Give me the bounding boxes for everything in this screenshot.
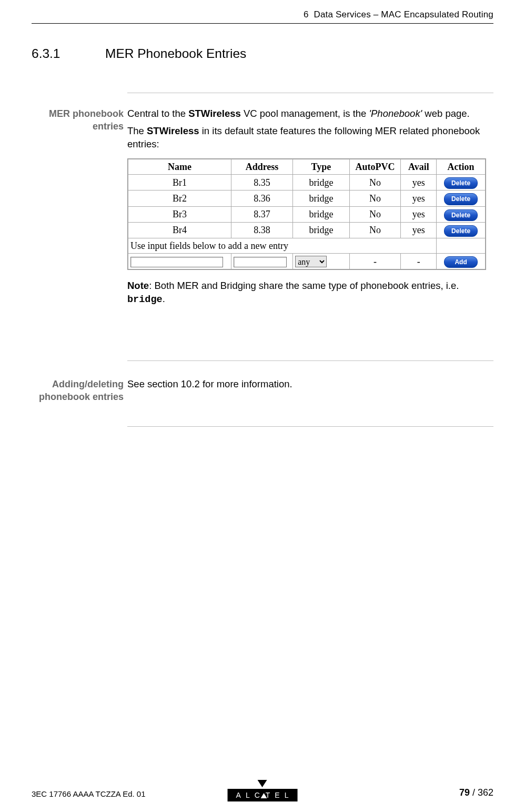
table-hint-row: Use input fields below to add a new entr… xyxy=(128,238,486,253)
footer: 3EC 17766 AAAA TCZZA Ed. 01 ALCTEL 79 / … xyxy=(32,775,493,801)
text-run: : Both MER and Bridging share the same t… xyxy=(149,280,459,291)
triangle-down-icon xyxy=(258,780,267,787)
cell-address: 8.36 xyxy=(231,191,292,206)
text-bold: STWireless xyxy=(147,125,199,136)
cell-input-type: any xyxy=(293,254,349,269)
footer-doc-id: 3EC 17766 AAAA TCZZA Ed. 01 xyxy=(32,789,146,798)
divider xyxy=(127,426,493,427)
table-row: Br1 8.35 bridge No yes Delete xyxy=(128,175,486,191)
logo-text-left: ALC xyxy=(236,791,265,799)
hint-text: Use input fields below to add a new entr… xyxy=(128,238,437,253)
delete-button[interactable]: Delete xyxy=(444,209,478,221)
cell-autopvc: No xyxy=(349,175,401,191)
cell-action: Delete xyxy=(437,206,486,222)
cell-name: Br4 xyxy=(128,222,231,238)
cell-address: 8.35 xyxy=(231,175,292,191)
cell-input-avail: - xyxy=(401,254,437,269)
table-input-row: any - - Add xyxy=(128,254,486,269)
header-rule xyxy=(32,23,493,24)
table-row: Br3 8.37 bridge No yes Delete xyxy=(128,206,486,222)
content-mer: Central to the STWireless VC pool manage… xyxy=(127,107,493,307)
hint-empty xyxy=(437,238,486,253)
cell-name: Br1 xyxy=(128,175,231,191)
delete-button[interactable]: Delete xyxy=(444,225,478,237)
th-type: Type xyxy=(293,159,349,174)
header-chapter-num: 6 xyxy=(304,9,309,19)
cell-address: 8.38 xyxy=(231,222,292,238)
cell-input-address xyxy=(231,254,292,269)
phonebook-table: Name Address Type AutoPVC Avail Action B… xyxy=(128,159,486,270)
cell-action: Delete xyxy=(437,175,486,191)
divider xyxy=(127,93,493,93)
cell-avail: yes xyxy=(401,191,437,206)
cell-avail: yes xyxy=(401,222,437,238)
cell-name: Br3 xyxy=(128,206,231,222)
side-label-line: phonebook entries xyxy=(39,392,124,402)
th-action: Action xyxy=(437,159,486,174)
note-paragraph: Note: Both MER and Bridging share the sa… xyxy=(127,279,493,307)
alcatel-logo: ALCTEL xyxy=(228,780,298,801)
delete-button[interactable]: Delete xyxy=(444,177,478,189)
content-adding: See section 10.2 for more information. xyxy=(127,378,493,391)
section-number: 6.3.1 xyxy=(32,46,105,61)
add-button[interactable]: Add xyxy=(444,256,478,268)
page-current: 79 xyxy=(459,787,470,798)
logo-text-right: TEL xyxy=(266,791,294,799)
footer-page: 79 / 362 xyxy=(459,787,493,798)
cell-name: Br2 xyxy=(128,191,231,206)
text-run: . xyxy=(163,293,165,304)
text-run: VC pool management, is the xyxy=(241,108,369,119)
phonebook-table-wrap: Name Address Type AutoPVC Avail Action B… xyxy=(127,158,486,270)
delete-button[interactable]: Delete xyxy=(444,193,478,205)
name-input[interactable] xyxy=(130,257,223,267)
section-heading: 6.3.1MER Phonebook Entries xyxy=(32,46,246,61)
block-adding-deleting: Adding/deleting phonebook entries See se… xyxy=(32,378,493,404)
address-input[interactable] xyxy=(234,257,287,267)
page-total: 362 xyxy=(478,787,493,798)
th-avail: Avail xyxy=(401,159,437,174)
running-header: 6 Data Services – MAC Encapsulated Routi… xyxy=(304,9,493,20)
text-italic: 'Phonebook' xyxy=(369,108,422,119)
cell-avail: yes xyxy=(401,206,437,222)
text-bold: STWireless xyxy=(188,108,241,119)
table-row: Br4 8.38 bridge No yes Delete xyxy=(128,222,486,238)
divider xyxy=(127,360,493,361)
header-chapter-title: Data Services – MAC Encapsulated Routing xyxy=(314,9,493,19)
table-header-row: Name Address Type AutoPVC Avail Action xyxy=(128,159,486,174)
paragraph: Central to the STWireless VC pool manage… xyxy=(127,107,493,121)
cell-action: Delete xyxy=(437,222,486,238)
side-label-line: MER phonebook xyxy=(49,108,124,119)
cell-input-name xyxy=(128,254,231,269)
th-name: Name xyxy=(128,159,231,174)
code-text: bridge xyxy=(127,294,163,305)
th-autopvc: AutoPVC xyxy=(349,159,401,174)
side-label-line: entries xyxy=(93,121,124,132)
cell-type: bridge xyxy=(293,222,349,238)
cell-avail: yes xyxy=(401,175,437,191)
text-run: web page. xyxy=(422,108,470,119)
note-label: Note xyxy=(127,280,149,291)
side-label-adding: Adding/deleting phonebook entries xyxy=(32,378,124,404)
side-label-line: Adding/deleting xyxy=(52,379,124,389)
cell-autopvc: No xyxy=(349,191,401,206)
cell-type: bridge xyxy=(293,191,349,206)
side-label-mer: MER phonebook entries xyxy=(32,107,124,133)
block-mer-phonebook: MER phonebook entries Central to the STW… xyxy=(32,107,493,311)
paragraph: See section 10.2 for more information. xyxy=(127,378,493,391)
cell-address: 8.37 xyxy=(231,206,292,222)
cell-autopvc: No xyxy=(349,206,401,222)
cell-autopvc: No xyxy=(349,222,401,238)
cell-input-action: Add xyxy=(437,254,486,269)
th-address: Address xyxy=(231,159,292,174)
cell-type: bridge xyxy=(293,206,349,222)
text-run: Central to the xyxy=(127,108,188,119)
cell-action: Delete xyxy=(437,191,486,206)
type-select[interactable]: any xyxy=(295,256,327,267)
section-title: MER Phonebook Entries xyxy=(105,46,246,61)
logo-bar: ALCTEL xyxy=(228,789,298,801)
text-run: The xyxy=(127,125,147,136)
paragraph: The STWireless in its default state feat… xyxy=(127,125,493,151)
cell-type: bridge xyxy=(293,175,349,191)
cell-input-autopvc: - xyxy=(349,254,401,269)
page-sep: / xyxy=(470,787,478,798)
